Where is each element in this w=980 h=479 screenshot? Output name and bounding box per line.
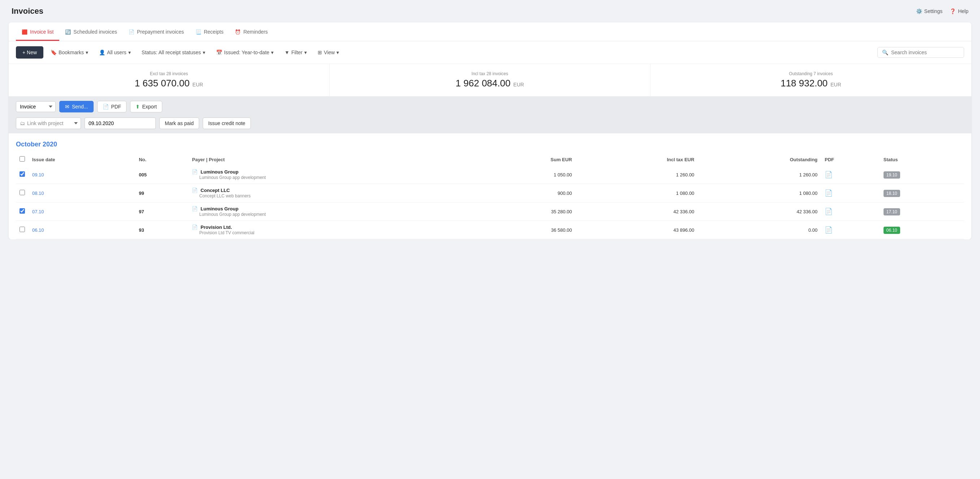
doc-icon: 📄 [192,224,198,230]
action-bar-row2: 🗂 Link with project Mark as paid Issue c… [16,118,964,129]
export-icon: ⬆ [135,104,140,110]
row-date-0: 09.10 [29,166,135,184]
col-issue-date: Issue date [29,153,135,166]
doc-icon: 📄 [192,169,198,175]
send-button[interactable]: ✉ Send... [59,101,94,113]
row-checkbox-cell [16,202,29,221]
tab-prepayment-invoices[interactable]: 📄 Prepayment invoices [123,22,190,41]
tab-reminders[interactable]: ⏰ Reminders [229,22,274,41]
row-incl-2: 42 336.00 [576,202,698,221]
tab-invoice-list[interactable]: 🟥 Invoice list [16,22,59,41]
doc-icon: 📄 [192,188,198,193]
col-payer-project: Payer | Project [188,153,474,166]
col-checkbox [16,153,29,166]
users-icon: 👤 [99,49,105,55]
all-users-button[interactable]: 👤 All users ▾ [95,47,134,58]
row-date-3: 06.10 [29,221,135,239]
row-outstanding-2: 42 336.00 [698,202,821,221]
row-date-1: 08.10 [29,184,135,202]
row-pdf-2[interactable]: 📄 [821,202,880,221]
row-incl-0: 1 260.00 [576,166,698,184]
row-payer-1: 📄 Concept LLC Concept LLC web banners [188,184,474,202]
col-pdf: PDF [821,153,880,166]
row-outstanding-1: 1 080.00 [698,184,821,202]
row-checkbox-1[interactable] [19,190,25,195]
chevron-down-icon: ▾ [304,49,307,55]
row-status-3: 06.10 [880,221,964,239]
invoice-list-icon: 🟥 [22,29,27,35]
reminders-icon: ⏰ [235,29,241,35]
col-number: No. [135,153,188,166]
prepayment-icon: 📄 [129,29,134,35]
row-pdf-1[interactable]: 📄 [821,184,880,202]
help-button[interactable]: ❓ Help [950,8,969,14]
row-checkbox-cell [16,221,29,239]
settings-button[interactable]: ⚙️ Settings [916,8,943,14]
date-input[interactable] [84,118,156,129]
new-button[interactable]: + New [16,46,43,59]
select-all-checkbox[interactable] [19,156,25,162]
action-bar: Invoice Credit note ✉ Send... 📄 PDF ⬆ Ex… [9,97,971,134]
row-sum-3: 36 580.00 [474,221,576,239]
bookmark-icon: 🔖 [51,49,57,55]
row-pdf-3[interactable]: 📄 [821,221,880,239]
invoice-table: Issue date No. Payer | Project Sum EUR I… [16,153,964,239]
toolbar: + New 🔖 Bookmarks ▾ 👤 All users ▾ Status… [9,41,971,64]
row-status-2: 17.10 [880,202,964,221]
row-checkbox-3[interactable] [19,227,25,232]
chevron-down-icon: ▾ [203,49,205,55]
tabs-bar: 🟥 Invoice list 🔄 Scheduled invoices 📄 Pr… [9,22,971,41]
link-project-dropdown[interactable]: 🗂 Link with project [16,118,81,129]
table-row: 07.10 97 📄 Luminous Group Luminous Group… [16,202,964,221]
col-incl-tax: Incl tax EUR [576,153,698,166]
row-status-0: 19.10 [880,166,964,184]
row-number-0: 005 [135,166,188,184]
receipts-icon: 📃 [196,29,201,35]
row-number-3: 93 [135,221,188,239]
mark-paid-button[interactable]: Mark as paid [159,118,199,129]
table-header-row: Issue date No. Payer | Project Sum EUR I… [16,153,964,166]
table-row: 06.10 93 📄 Provision Ltd. Provision Ltd … [16,221,964,239]
col-status: Status [880,153,964,166]
filter-button[interactable]: ▼ Filter ▾ [281,47,310,58]
export-button[interactable]: ⬆ Export [130,101,162,113]
col-outstanding: Outstanding [698,153,821,166]
row-outstanding-0: 1 260.00 [698,166,821,184]
calendar-icon: 📅 [216,49,222,55]
main-content: 🟥 Invoice list 🔄 Scheduled invoices 📄 Pr… [9,22,971,239]
stat-excl-tax: Excl tax 28 invoices 1 635 070.00 EUR [9,64,329,96]
row-checkbox-cell [16,184,29,202]
row-checkbox-0[interactable] [19,171,25,177]
pdf-icon: 📄 [103,104,109,110]
issued-filter-button[interactable]: 📅 Issued: Year-to-date ▾ [213,47,277,58]
gear-icon: ⚙️ [916,8,922,14]
status-filter-button[interactable]: Status: All receipt statuses ▾ [138,47,209,58]
page-title: Invoices [11,6,43,16]
bookmarks-button[interactable]: 🔖 Bookmarks ▾ [47,47,92,58]
pdf-button[interactable]: 📄 PDF [97,101,126,113]
chevron-down-icon: ▾ [86,49,88,55]
tab-scheduled-invoices[interactable]: 🔄 Scheduled invoices [59,22,123,41]
row-sum-1: 900.00 [474,184,576,202]
table-section: October 2020 Issue date No. Payer | Proj… [9,134,971,239]
col-sum: Sum EUR [474,153,576,166]
header-actions: ⚙️ Settings ❓ Help [916,8,969,14]
row-number-1: 99 [135,184,188,202]
view-button[interactable]: ⊞ View ▾ [314,47,342,58]
row-payer-2: 📄 Luminous Group Luminous Group app deve… [188,202,474,221]
folder-icon: 🗂 [20,120,25,126]
row-incl-1: 1 080.00 [576,184,698,202]
table-row: 09.10 005 📄 Luminous Group Luminous Grou… [16,166,964,184]
invoice-type-select[interactable]: Invoice Credit note [16,101,56,112]
search-wrapper[interactable]: 🔍 [877,47,964,58]
issue-credit-note-button[interactable]: Issue credit note [203,118,251,129]
row-status-1: 18.10 [880,184,964,202]
row-pdf-0[interactable]: 📄 [821,166,880,184]
table-row: 08.10 99 📄 Concept LLC Concept LLC web b… [16,184,964,202]
row-incl-3: 43 896.00 [576,221,698,239]
row-checkbox-2[interactable] [19,208,25,214]
tab-receipts[interactable]: 📃 Receipts [190,22,229,41]
search-input[interactable] [891,49,959,55]
doc-icon: 📄 [192,206,198,212]
scheduled-icon: 🔄 [65,29,71,35]
